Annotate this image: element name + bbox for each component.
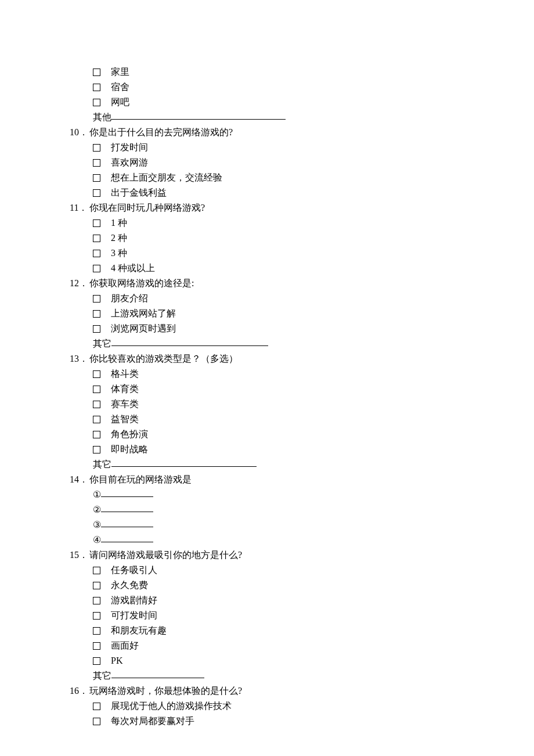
fill-in-blank[interactable] <box>111 336 268 346</box>
checkbox-icon[interactable] <box>93 627 100 635</box>
option-label: 1 种 <box>111 216 127 230</box>
checkbox-icon[interactable] <box>93 174 100 182</box>
fill-in-blank[interactable] <box>111 668 204 678</box>
other-label: 其他 <box>93 112 111 122</box>
option-label: 永久免费 <box>111 578 148 592</box>
question-13: 13． 你比较喜欢的游戏类型是？（多选） <box>70 352 464 366</box>
checkbox-icon[interactable] <box>93 416 100 423</box>
checkbox-icon[interactable] <box>93 235 100 242</box>
checkbox-icon[interactable] <box>93 446 100 453</box>
checkbox-icon[interactable] <box>93 642 100 650</box>
option-item: 打发时间 <box>93 141 464 154</box>
question-text: 你比较喜欢的游戏类型是？（多选） <box>89 352 238 366</box>
option-label: 2 种 <box>111 231 127 245</box>
question-text: 玩网络游戏时，你最想体验的是什么? <box>89 684 242 698</box>
fill-number: ④ <box>93 535 101 545</box>
checkbox-icon[interactable] <box>93 386 100 393</box>
option-label: 角色扮演 <box>111 427 148 441</box>
checkbox-icon[interactable] <box>93 265 100 272</box>
option-item: 3 种 <box>93 246 464 260</box>
option-item: 格斗类 <box>93 367 464 381</box>
fill-number: ② <box>93 505 101 514</box>
option-label: 宿舍 <box>111 80 129 94</box>
fill-item: ② <box>93 503 464 517</box>
checkbox-icon[interactable] <box>93 401 100 408</box>
option-label: 任务吸引人 <box>111 563 157 577</box>
option-item: 画面好 <box>93 639 464 653</box>
other-label: 其它 <box>93 671 111 681</box>
checkbox-icon[interactable] <box>93 310 100 318</box>
option-item: 游戏剧情好 <box>93 593 464 607</box>
question-text: 请问网络游戏最吸引你的地方是什么? <box>89 548 242 562</box>
fill-in-blank[interactable] <box>111 110 286 120</box>
checkbox-icon[interactable] <box>93 657 100 665</box>
option-label: 和朋友玩有趣 <box>111 624 167 638</box>
option-label: 喜欢网游 <box>111 156 148 170</box>
option-item: 喜欢网游 <box>93 156 464 170</box>
option-item: 展现优于他人的游戏操作技术 <box>93 699 464 713</box>
option-item: 可打发时间 <box>93 609 464 622</box>
checkbox-icon[interactable] <box>93 189 100 197</box>
option-item: 角色扮演 <box>93 427 464 441</box>
question-number: 10． <box>70 125 89 139</box>
checkbox-icon[interactable] <box>93 250 100 257</box>
option-item: 浏览网页时遇到 <box>93 322 464 336</box>
option-item: 宿舍 <box>93 80 464 94</box>
question-number: 15． <box>70 548 89 562</box>
checkbox-icon[interactable] <box>93 431 100 438</box>
question-text: 你现在同时玩几种网络游戏? <box>89 201 205 215</box>
question-16: 16． 玩网络游戏时，你最想体验的是什么? <box>70 684 464 698</box>
checkbox-icon[interactable] <box>93 582 100 589</box>
survey-page: 家里 宿舍 网吧 其他 10． 你是出于什么目的去完网络游戏的? 打发时间 喜欢… <box>0 0 534 756</box>
checkbox-icon[interactable] <box>93 703 100 710</box>
checkbox-icon[interactable] <box>93 597 100 604</box>
question-10: 10． 你是出于什么目的去完网络游戏的? <box>70 125 464 139</box>
checkbox-icon[interactable] <box>93 295 100 303</box>
option-label: 3 种 <box>111 246 127 260</box>
option-label: 出于金钱利益 <box>111 186 167 200</box>
question-text: 你获取网络游戏的途径是: <box>89 276 194 290</box>
checkbox-icon[interactable] <box>93 325 100 333</box>
option-label: 家里 <box>111 65 129 79</box>
fill-in-blank[interactable] <box>111 457 257 467</box>
option-label: 上游戏网站了解 <box>111 307 176 321</box>
question-text: 你目前在玩的网络游戏是 <box>89 473 192 487</box>
checkbox-icon[interactable] <box>93 69 100 76</box>
option-item: 2 种 <box>93 231 464 245</box>
option-label: 可打发时间 <box>111 609 157 622</box>
option-label: PK <box>111 654 122 668</box>
checkbox-icon[interactable] <box>93 612 100 620</box>
option-item: 想在上面交朋友，交流经验 <box>93 171 464 185</box>
option-label: 益智类 <box>111 412 139 426</box>
checkbox-icon[interactable] <box>93 567 100 574</box>
fill-in-blank[interactable] <box>101 502 153 512</box>
question-text: 你是出于什么目的去完网络游戏的? <box>89 125 233 139</box>
fill-in-blank[interactable] <box>101 517 153 527</box>
option-label: 朋友介绍 <box>111 291 148 305</box>
option-item: 任务吸引人 <box>93 563 464 577</box>
option-item: 网吧 <box>93 95 464 109</box>
checkbox-icon[interactable] <box>93 99 100 106</box>
checkbox-icon[interactable] <box>93 144 100 152</box>
option-item: 体育类 <box>93 382 464 396</box>
checkbox-icon[interactable] <box>93 84 100 91</box>
question-11: 11． 你现在同时玩几种网络游戏? <box>70 201 464 215</box>
fill-in-blank[interactable] <box>101 532 153 542</box>
option-item: 家里 <box>93 65 464 79</box>
checkbox-icon[interactable] <box>93 370 100 378</box>
checkbox-icon[interactable] <box>93 159 100 167</box>
fill-number: ③ <box>93 520 101 530</box>
option-item: 即时战略 <box>93 442 464 456</box>
fill-number: ① <box>93 489 101 499</box>
fill-in-blank[interactable] <box>101 487 153 497</box>
question-number: 13． <box>70 352 89 366</box>
option-label: 打发时间 <box>111 141 148 154</box>
other-label: 其它 <box>93 339 111 348</box>
option-item: 1 种 <box>93 216 464 230</box>
checkbox-icon[interactable] <box>93 718 100 725</box>
option-item: 4 种或以上 <box>93 261 464 275</box>
checkbox-icon[interactable] <box>93 219 100 227</box>
other-row: 其它 <box>93 458 464 471</box>
fill-item: ③ <box>93 518 464 532</box>
option-label: 每次对局都要赢对手 <box>111 714 194 728</box>
